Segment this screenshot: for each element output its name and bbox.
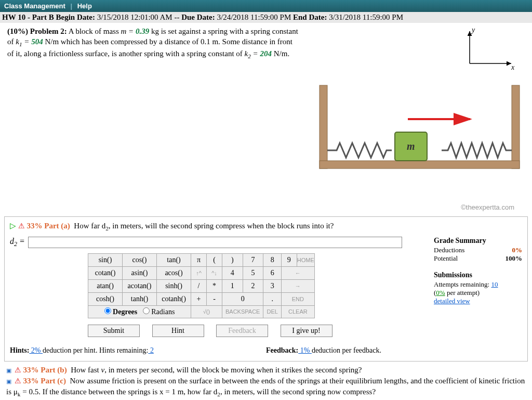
problem-percent: (10%) Problem 2:: [7, 27, 67, 35]
part-a-box: ▷ ⚠ 33% Part (a) How far d2, in meters, …: [4, 216, 528, 362]
answer-input-row: d2 =: [10, 237, 423, 248]
expand-icon[interactable]: ▣: [6, 367, 11, 373]
action-buttons: Submit Hint Feedback I give up!: [88, 325, 423, 337]
up-caret-button[interactable]: ↑^: [191, 266, 207, 279]
other-parts: ▣ ⚠ 33% Part (b) How fast v, in meters p…: [6, 365, 526, 399]
expand-icon[interactable]: ▷: [10, 222, 16, 230]
sqrt-button[interactable]: √(): [191, 305, 222, 318]
clear-button[interactable]: CLEAR: [281, 305, 314, 318]
dot-button[interactable]: .: [263, 292, 281, 305]
problem-statement-area: (10%) Problem 2: A block of mass m = 0.3…: [0, 23, 532, 213]
atan-button[interactable]: atan(): [88, 279, 123, 292]
hint-button[interactable]: Hint: [152, 325, 204, 337]
detailed-view-link[interactable]: detailed view: [434, 297, 470, 305]
class-management-link[interactable]: Class Management: [4, 2, 65, 10]
top-nav-bar: Class Management | Help: [0, 0, 532, 12]
degrees-radio[interactable]: Degrees: [104, 308, 138, 316]
left-arrow-button[interactable]: ←: [281, 266, 314, 279]
down-caret-button[interactable]: ^↓: [207, 266, 222, 279]
four-button[interactable]: 4: [222, 266, 243, 279]
acotan-button[interactable]: acotan(): [123, 279, 157, 292]
zero-button[interactable]: 0: [222, 292, 263, 305]
backspace-button[interactable]: BACKSPACE: [222, 305, 263, 318]
multiply-button[interactable]: *: [207, 279, 222, 292]
feedback-pct-link[interactable]: 1%: [298, 346, 312, 354]
plus-button[interactable]: +: [191, 292, 207, 305]
coordinate-axes-figure: y x: [459, 27, 516, 74]
feedback-button[interactable]: Feedback: [216, 325, 268, 337]
svg-text:x: x: [511, 63, 515, 71]
giveup-button[interactable]: I give up!: [281, 325, 332, 337]
divide-button[interactable]: /: [191, 279, 207, 292]
svg-rect-6: [320, 161, 520, 169]
svg-rect-4: [320, 85, 327, 169]
one-button[interactable]: 1: [222, 279, 243, 292]
sin-button[interactable]: sin(): [88, 253, 123, 266]
three-button[interactable]: 3: [263, 279, 281, 292]
part-a-header: ▷ ⚠ 33% Part (a) How far d2, in meters, …: [10, 221, 522, 231]
eight-button[interactable]: 8: [263, 253, 281, 266]
angle-mode-cell: Degrees Radians: [88, 305, 191, 318]
home-button[interactable]: HOME: [297, 253, 314, 266]
six-button[interactable]: 6: [263, 266, 281, 279]
part-b-row[interactable]: ▣ ⚠ 33% Part (b) How fast v, in meters p…: [6, 365, 526, 376]
asin-button[interactable]: asin(): [123, 266, 157, 279]
warning-icon: ⚠: [15, 377, 21, 385]
cotan-button[interactable]: cotan(): [88, 266, 123, 279]
hints-remaining-link[interactable]: 2: [148, 346, 154, 354]
svg-text:y: y: [471, 27, 475, 34]
copyright-text: ©theexpertta.com: [7, 203, 525, 211]
warning-icon: ⚠: [15, 366, 21, 374]
cos-button[interactable]: cos(): [123, 253, 157, 266]
submit-button[interactable]: Submit: [88, 325, 140, 337]
lparen-button[interactable]: (: [207, 253, 222, 266]
del-button[interactable]: DEL: [263, 305, 281, 318]
spring-block-diagram: m: [314, 80, 525, 171]
acos-button[interactable]: acos(): [157, 266, 191, 279]
minus-button[interactable]: -: [207, 292, 222, 305]
end-button[interactable]: END: [281, 292, 314, 305]
hints-feedback-row: Hints: 2% deduction per hint. Hints rema…: [10, 344, 522, 357]
problem-text: (10%) Problem 2: A block of mass m = 0.3…: [7, 26, 298, 61]
homework-header: HW 10 - Part B Begin Date: 3/15/2018 12:…: [0, 12, 532, 23]
cosh-button[interactable]: cosh(): [88, 292, 123, 305]
five-button[interactable]: 5: [243, 266, 263, 279]
radians-radio[interactable]: Radians: [143, 308, 175, 316]
sinh-button[interactable]: sinh(): [157, 279, 191, 292]
nine-button[interactable]: 9: [281, 253, 297, 266]
warning-icon: ⚠: [18, 222, 25, 230]
nav-divider: |: [70, 2, 72, 10]
two-button[interactable]: 2: [243, 279, 263, 292]
help-link[interactable]: Help: [77, 2, 92, 10]
cotanh-button[interactable]: cotanh(): [157, 292, 191, 305]
tanh-button[interactable]: tanh(): [123, 292, 157, 305]
grade-summary: Grade Summary Deductions0% Potential100%…: [434, 237, 522, 337]
part-c-row[interactable]: ▣ ⚠ 33% Part (c) Now assume friction is …: [6, 376, 526, 399]
svg-text:m: m: [407, 140, 415, 152]
right-arrow-button[interactable]: →: [281, 279, 314, 292]
rparen-button[interactable]: ): [222, 253, 243, 266]
per-attempt-link[interactable]: 0%: [436, 289, 445, 296]
calculator-keypad: sin() cos() tan() π ( ) 7 8 9 HOME cotan…: [88, 253, 423, 318]
seven-button[interactable]: 7: [243, 253, 263, 266]
pi-button[interactable]: π: [191, 253, 207, 266]
hw-title: HW 10 - Part B: [2, 13, 54, 21]
answer-input[interactable]: [28, 237, 402, 248]
tan-button[interactable]: tan(): [157, 253, 191, 266]
expand-icon[interactable]: ▣: [6, 378, 11, 384]
svg-rect-5: [512, 85, 520, 169]
attempts-link[interactable]: 10: [491, 280, 498, 288]
hint-pct-link[interactable]: 2%: [29, 346, 43, 354]
